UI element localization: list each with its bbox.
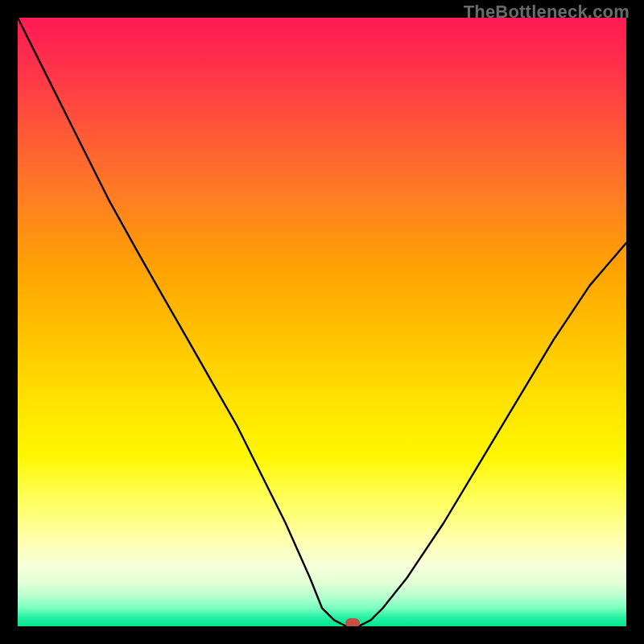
watermark-label: TheBottleneck.com (464, 2, 630, 23)
chart-frame: TheBottleneck.com (0, 0, 644, 644)
optimal-point-marker (345, 618, 360, 626)
bottleneck-curve (18, 18, 626, 626)
plot-area (18, 18, 626, 626)
